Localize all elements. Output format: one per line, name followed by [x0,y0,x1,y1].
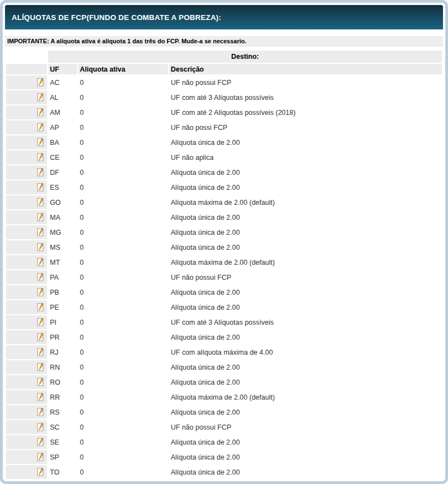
uf-cell: ES [48,180,77,194]
edit-cell [6,330,47,344]
uf-cell: MS [48,240,77,254]
icon-column-header [6,64,47,74]
edit-cell [6,390,47,404]
section-title-bar: ALÍQUOTAS DE FCP(FUNDO DE COMBATE A POBR… [5,5,443,29]
edit-aliquota-button[interactable] [37,273,45,282]
edit-aliquota-button[interactable] [37,93,45,102]
aliquota-ativa-cell: 0 [78,240,168,254]
edit-cell [6,315,47,329]
edit-cell [6,450,47,464]
aliquota-ativa-cell: 0 [78,90,168,104]
edit-cell [6,105,47,119]
edit-aliquota-button[interactable] [37,168,45,177]
descricao-cell: UF não aplica [169,150,442,164]
aliquota-ativa-cell: 0 [78,450,168,464]
edit-pencil-icon [37,243,45,252]
table-row: RS 0 Alíquota única de 2.00 [6,405,442,419]
edit-aliquota-button[interactable] [37,302,45,312]
uf-cell: DF [48,165,77,179]
aliquota-ativa-cell: 0 [78,135,168,149]
uf-cell: MT [48,255,77,269]
descricao-cell: Alíquota máxima de 2.00 (default) [169,390,442,404]
uf-cell: TO [48,465,77,479]
uf-cell: RJ [48,345,77,359]
edit-aliquota-button[interactable] [37,78,45,87]
edit-cell [6,435,47,449]
edit-cell [6,120,47,134]
edit-aliquota-button[interactable] [37,452,45,462]
descricao-cell: Alíquota única de 2.00 [169,450,442,464]
edit-aliquota-button[interactable] [37,407,45,417]
content-card: ALÍQUOTAS DE FCP(FUNDO DE COMBATE A POBR… [2,2,446,482]
uf-cell: AL [48,90,77,104]
edit-aliquota-button[interactable] [37,153,45,162]
edit-aliquota-button[interactable] [37,228,45,237]
edit-aliquota-button[interactable] [37,108,45,117]
aliquota-ativa-cell: 0 [78,300,168,314]
aliquota-ativa-cell: 0 [78,360,168,374]
edit-pencil-icon [37,347,45,357]
edit-pencil-icon [37,93,45,102]
edit-pencil-icon [37,123,45,132]
edit-cell [6,405,47,419]
table-row: RR 0 Alíquota máxima de 2.00 (default) [6,390,442,404]
descricao-cell: Alíquota única de 2.00 [169,435,442,449]
descricao-cell: Alíquota única de 2.00 [169,225,442,239]
edit-pencil-icon [37,273,45,282]
edit-aliquota-button[interactable] [37,317,45,327]
edit-aliquota-button[interactable] [37,213,45,222]
table-row: PB 0 Alíquota única de 2.00 [6,285,442,299]
edit-pencil-icon [37,362,45,372]
edit-cell [6,195,47,209]
table-row: RN 0 Alíquota única de 2.00 [6,360,442,374]
edit-cell [6,210,47,224]
edit-cell [6,375,47,389]
table-row: AP 0 UF não possi FCP [6,120,442,134]
spacer [5,29,443,36]
table-row: DF 0 Alíquota única de 2.00 [6,165,442,179]
aliquota-ativa-cell: 0 [78,465,168,479]
descricao-cell: Alíquota máxima de 2.00 (default) [169,255,442,269]
uf-cell: RR [48,390,77,404]
uf-cell: MG [48,225,77,239]
edit-pencil-icon [37,228,45,237]
descricao-cell: Alíquota única de 2.00 [169,405,442,419]
table-row: PA 0 UF não possui FCP [6,270,442,284]
edit-pencil-icon [37,452,45,462]
important-note: IMPORTANTE: A alíquota ativa é alíquota … [5,36,443,47]
edit-cell [6,135,47,149]
edit-pencil-icon [37,407,45,417]
uf-cell: AP [48,120,77,134]
edit-aliquota-button[interactable] [37,138,45,147]
uf-cell: CE [48,150,77,164]
aliquota-ativa-cell: 0 [78,75,168,89]
uf-cell: GO [48,195,77,209]
edit-aliquota-button[interactable] [37,392,45,402]
edit-cell [6,165,47,179]
edit-aliquota-button[interactable] [37,288,45,297]
descricao-cell: Alíquota única de 2.00 [169,180,442,194]
edit-aliquota-button[interactable] [37,422,45,432]
edit-aliquota-button[interactable] [37,123,45,132]
edit-pencil-icon [37,467,45,477]
edit-pencil-icon [37,302,45,312]
edit-aliquota-button[interactable] [37,362,45,372]
edit-pencil-icon [37,288,45,297]
edit-aliquota-button[interactable] [37,332,45,342]
edit-pencil-icon [37,392,45,402]
aliquota-ativa-cell: 0 [78,390,168,404]
descricao-cell: Alíquota única de 2.00 [169,135,442,149]
edit-aliquota-button[interactable] [37,198,45,207]
uf-cell: RN [48,360,77,374]
edit-aliquota-button[interactable] [37,377,45,387]
descricao-cell: Alíquota única de 2.00 [169,360,442,374]
edit-aliquota-button[interactable] [37,183,45,192]
edit-aliquota-button[interactable] [37,347,45,357]
descricao-cell: UF com alíquota máxima de 4.00 [169,345,442,359]
edit-aliquota-button[interactable] [37,258,45,267]
edit-aliquota-button[interactable] [37,437,45,447]
edit-pencil-icon [37,332,45,342]
edit-cell [6,225,47,239]
edit-aliquota-button[interactable] [37,467,45,477]
edit-aliquota-button[interactable] [37,243,45,252]
